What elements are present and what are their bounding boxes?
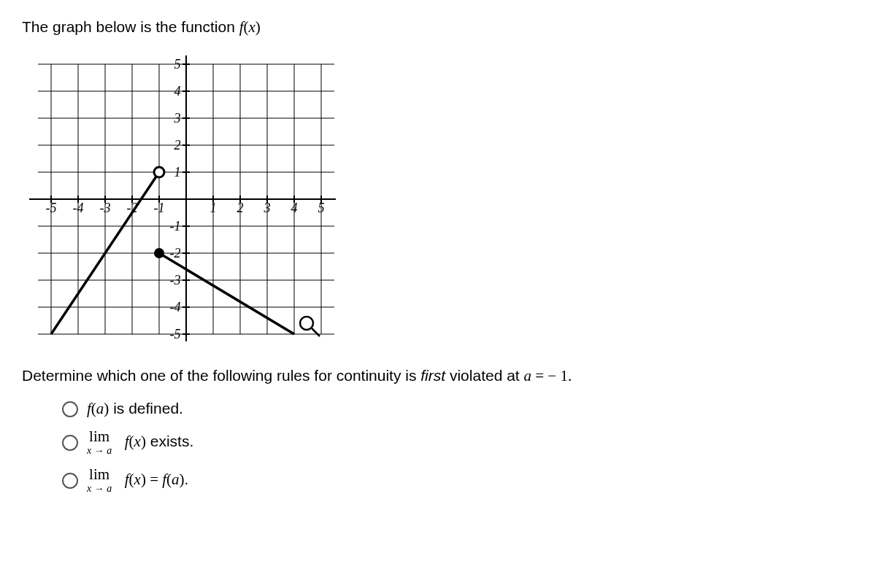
svg-text:-5: -5 — [170, 327, 181, 341]
emph: first — [420, 367, 445, 384]
svg-text:1: 1 — [210, 201, 217, 215]
prompt: The graph below is the function f(x) — [22, 18, 854, 36]
svg-text:-3: -3 — [170, 273, 181, 287]
svg-point-65 — [154, 248, 164, 258]
svg-text:4: 4 — [174, 84, 181, 98]
question-text: Determine which one of the following rul… — [22, 367, 854, 385]
limit-expr: lim x → a — [87, 429, 112, 456]
svg-text:2: 2 — [174, 138, 181, 152]
svg-text:3: 3 — [174, 111, 181, 125]
svg-text:5: 5 — [318, 201, 325, 215]
svg-line-64 — [159, 253, 294, 334]
svg-point-63 — [154, 167, 164, 177]
svg-text:-2: -2 — [170, 246, 181, 260]
svg-text:-3: -3 — [100, 201, 111, 215]
svg-text:5: 5 — [174, 57, 181, 71]
svg-text:3: 3 — [264, 201, 271, 215]
option-2[interactable]: lim x → a f(x) exists. — [62, 429, 854, 456]
radio-icon[interactable] — [62, 435, 78, 451]
option-2-label: lim x → a f(x) exists. — [87, 429, 193, 456]
option-3-label: lim x → a f(x) = f(a). — [87, 467, 188, 494]
svg-text:-4: -4 — [73, 201, 84, 215]
limit-expr: lim x → a — [87, 467, 112, 494]
svg-text:-5: -5 — [46, 201, 57, 215]
option-1-label: f(a) is defined. — [87, 400, 183, 418]
func-arg: x — [249, 18, 256, 36]
svg-point-66 — [300, 317, 313, 330]
function-graph: -5-4-3-2-1 12345 54321 -1-2-3-4-5 — [22, 50, 336, 349]
svg-text:4: 4 — [291, 201, 298, 215]
paren-close: ) — [256, 18, 261, 36]
svg-text:1: 1 — [174, 165, 181, 179]
svg-text:-4: -4 — [170, 300, 181, 314]
radio-icon[interactable] — [62, 401, 78, 417]
svg-text:2: 2 — [237, 201, 244, 215]
option-3[interactable]: lim x → a f(x) = f(a). — [62, 467, 854, 494]
svg-line-67 — [312, 328, 320, 336]
option-1[interactable]: f(a) is defined. — [62, 400, 854, 418]
options-group: f(a) is defined. lim x → a f(x) exists. … — [62, 400, 854, 494]
magnifier-icon — [300, 317, 320, 336]
prompt-prefix: The graph below is the function — [22, 18, 239, 35]
paren-open: ( — [244, 18, 249, 36]
svg-text:-1: -1 — [170, 219, 181, 233]
svg-text:-1: -1 — [154, 201, 165, 215]
radio-icon[interactable] — [62, 473, 78, 489]
